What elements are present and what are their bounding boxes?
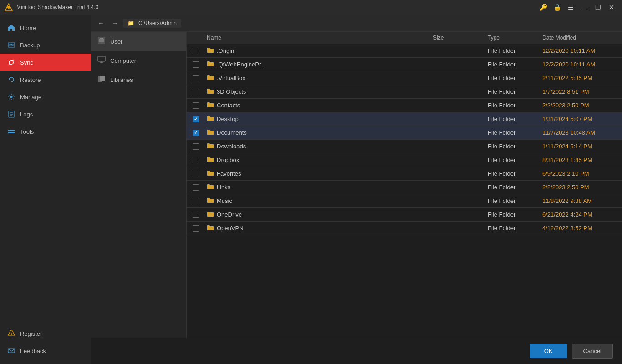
titlebar-menu-button[interactable]: ☰ <box>565 3 576 12</box>
checkbox-1[interactable] <box>193 61 199 68</box>
checkbox-4[interactable] <box>193 102 199 109</box>
checkbox-9[interactable] <box>193 171 199 177</box>
sidebar-item-tools[interactable]: Tools <box>0 123 91 140</box>
table-row: Favorites File Folder 6/9/2023 2:10 PM <box>187 167 622 181</box>
sidebar-item-register[interactable]: Register <box>0 325 91 342</box>
file-checkbox-7[interactable] <box>187 143 205 150</box>
sidebar-item-manage[interactable]: Manage <box>0 88 91 106</box>
header-date: Date Modified <box>542 35 622 41</box>
checkbox-10[interactable] <box>193 184 199 191</box>
file-checkbox-2[interactable] <box>187 75 205 81</box>
file-list-header: Name Size Type Date Modified <box>187 32 622 44</box>
file-name-11: Music <box>217 197 232 204</box>
minimize-button[interactable]: — <box>578 3 590 12</box>
checkbox-3[interactable] <box>193 89 199 95</box>
checkbox-8[interactable] <box>193 157 199 163</box>
file-type-12: File Folder <box>488 211 542 218</box>
header-type: Type <box>488 35 542 41</box>
home-icon <box>7 24 15 32</box>
file-checkbox-5[interactable] <box>187 116 205 122</box>
file-name-10: Links <box>217 184 230 191</box>
file-type-4: File Folder <box>488 102 542 109</box>
close-button[interactable]: ✕ <box>606 3 617 12</box>
checkbox-0[interactable] <box>193 48 199 54</box>
restore-button[interactable]: ❐ <box>592 3 604 12</box>
header-name: Name <box>205 35 433 41</box>
table-row: OpenVPN File Folder 4/12/2022 3:52 PM <box>187 222 622 235</box>
table-row: Music File Folder 11/8/2022 9:38 AM <box>187 194 622 208</box>
tree-item-computer[interactable]: Computer <box>91 51 186 70</box>
sidebar-item-logs[interactable]: Logs <box>0 106 91 123</box>
file-checkbox-4[interactable] <box>187 102 205 109</box>
sidebar-item-sync[interactable]: Sync <box>0 54 91 71</box>
cancel-button[interactable]: Cancel <box>572 344 613 359</box>
checkbox-13[interactable] <box>193 225 199 232</box>
register-icon <box>7 329 15 338</box>
tree-item-user-label: User <box>110 38 122 45</box>
back-button[interactable]: ← <box>96 19 107 28</box>
table-row: 3D Objects File Folder 1/7/2022 8:51 PM <box>187 85 622 99</box>
checkbox-5[interactable] <box>193 116 199 122</box>
file-date-0: 12/2/2020 10:11 AM <box>542 47 622 54</box>
checkbox-6[interactable] <box>193 130 199 136</box>
file-checkbox-10[interactable] <box>187 184 205 191</box>
file-type-0: File Folder <box>488 47 542 54</box>
file-checkbox-3[interactable] <box>187 89 205 95</box>
folder-icon-7 <box>207 142 214 150</box>
file-checkbox-0[interactable] <box>187 48 205 54</box>
folder-icon-5 <box>207 115 214 123</box>
file-date-2: 2/11/2022 5:35 PM <box>542 75 622 81</box>
logs-icon <box>7 110 15 118</box>
tree-item-libraries[interactable]: Libraries <box>91 70 186 89</box>
file-date-1: 12/2/2020 10:11 AM <box>542 61 622 68</box>
file-name-cell-3: 3D Objects <box>205 88 433 96</box>
app-icon <box>5 3 13 11</box>
app-title: MiniTool ShadowMaker Trial 4.4.0 <box>16 4 537 10</box>
file-browser: ← → 📁 C:\Users\Admin <box>91 15 622 338</box>
ok-button[interactable]: OK <box>530 344 567 358</box>
file-name-cell-2: .VirtualBox <box>205 74 433 82</box>
file-type-10: File Folder <box>488 184 542 191</box>
tree-item-user[interactable]: User <box>91 32 186 51</box>
feedback-icon <box>7 347 15 355</box>
sync-icon <box>7 58 15 66</box>
file-name-9: Favorites <box>217 170 241 177</box>
folder-icon-13 <box>207 224 214 232</box>
file-checkbox-1[interactable] <box>187 61 205 68</box>
sidebar-item-home[interactable]: Home <box>0 19 91 36</box>
file-name-cell-11: Music <box>205 197 433 205</box>
titlebar-key-button[interactable]: 🔑 <box>537 3 549 12</box>
table-row: Dropbox File Folder 8/31/2023 1:45 PM <box>187 153 622 167</box>
table-row: .Origin File Folder 12/2/2020 10:11 AM <box>187 44 622 58</box>
checkbox-12[interactable] <box>193 212 199 218</box>
titlebar-lock-button[interactable]: 🔒 <box>551 3 563 12</box>
file-checkbox-11[interactable] <box>187 198 205 204</box>
file-type-13: File Folder <box>488 225 542 232</box>
file-name-8: Dropbox <box>217 157 239 163</box>
folder-icon-1 <box>207 61 214 68</box>
file-name-12: OneDrive <box>217 211 242 218</box>
checkbox-11[interactable] <box>193 198 199 204</box>
checkbox-7[interactable] <box>193 143 199 150</box>
sidebar: Home Backup <box>0 15 91 364</box>
file-checkbox-12[interactable] <box>187 212 205 218</box>
file-checkbox-9[interactable] <box>187 171 205 177</box>
main-layout: Home Backup <box>0 15 622 364</box>
backup-icon <box>7 41 15 49</box>
checkbox-2[interactable] <box>193 75 199 81</box>
svg-point-11 <box>11 334 12 335</box>
file-date-6: 11/7/2023 10:48 AM <box>542 129 622 136</box>
folder-icon-9 <box>207 170 214 177</box>
sidebar-item-feedback[interactable]: Feedback <box>0 342 91 359</box>
file-type-11: File Folder <box>488 197 542 204</box>
table-row: Downloads File Folder 1/11/2024 5:14 PM <box>187 140 622 153</box>
forward-button[interactable]: → <box>109 19 120 28</box>
file-type-8: File Folder <box>488 157 542 163</box>
file-checkbox-6[interactable] <box>187 130 205 136</box>
sidebar-item-restore[interactable]: Restore <box>0 71 91 88</box>
file-checkbox-8[interactable] <box>187 157 205 163</box>
sidebar-item-backup[interactable]: Backup <box>0 36 91 54</box>
file-checkbox-13[interactable] <box>187 225 205 232</box>
svg-rect-21 <box>100 76 105 81</box>
file-date-11: 11/8/2022 9:38 AM <box>542 197 622 204</box>
